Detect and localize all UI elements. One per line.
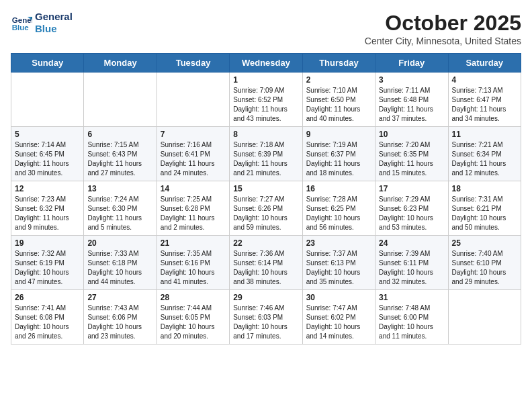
calendar-week-1: 1 Sunrise: 7:09 AMSunset: 6:52 PMDayligh… xyxy=(11,73,521,127)
day-number: 7 xyxy=(161,130,226,139)
day-info: Sunrise: 7:15 AMSunset: 6:43 PMDaylight:… xyxy=(87,140,152,178)
calendar-cell: 22 Sunrise: 7:36 AMSunset: 6:14 PMDaylig… xyxy=(230,236,302,290)
day-info: Sunrise: 7:44 AMSunset: 6:05 PMDaylight:… xyxy=(161,304,226,341)
day-number: 14 xyxy=(161,184,226,193)
logo: General Blue General Blue xyxy=(11,11,73,35)
day-info: Sunrise: 7:41 AMSunset: 6:08 PMDaylight:… xyxy=(15,304,80,341)
calendar-cell: 20 Sunrise: 7:33 AMSunset: 6:18 PMDaylig… xyxy=(84,236,157,290)
day-info: Sunrise: 7:25 AMSunset: 6:28 PMDaylight:… xyxy=(161,195,226,232)
logo-icon: General Blue xyxy=(11,12,32,34)
day-info: Sunrise: 7:20 AMSunset: 6:35 PMDaylight:… xyxy=(379,140,444,178)
day-number: 10 xyxy=(379,130,444,139)
calendar-cell: 18 Sunrise: 7:31 AMSunset: 6:21 PMDaylig… xyxy=(448,181,521,236)
month-title: October 2025 xyxy=(365,11,521,36)
calendar-cell xyxy=(448,290,521,345)
calendar-cell: 28 Sunrise: 7:44 AMSunset: 6:05 PMDaylig… xyxy=(157,290,229,345)
day-info: Sunrise: 7:16 AMSunset: 6:41 PMDaylight:… xyxy=(161,140,226,178)
calendar-cell xyxy=(84,73,157,127)
calendar-cell: 11 Sunrise: 7:21 AMSunset: 6:34 PMDaylig… xyxy=(448,127,521,181)
calendar-cell: 31 Sunrise: 7:48 AMSunset: 6:00 PMDaylig… xyxy=(375,290,448,345)
calendar-week-4: 19 Sunrise: 7:32 AMSunset: 6:19 PMDaylig… xyxy=(11,236,521,290)
column-header-saturday: Saturday xyxy=(448,54,521,73)
day-number: 23 xyxy=(306,238,371,248)
calendar-cell: 10 Sunrise: 7:20 AMSunset: 6:35 PMDaylig… xyxy=(375,127,448,181)
day-number: 2 xyxy=(306,75,371,85)
day-number: 1 xyxy=(233,75,298,85)
calendar-cell: 12 Sunrise: 7:23 AMSunset: 6:32 PMDaylig… xyxy=(11,181,84,236)
calendar-cell: 15 Sunrise: 7:27 AMSunset: 6:26 PMDaylig… xyxy=(230,181,302,236)
calendar-cell: 19 Sunrise: 7:32 AMSunset: 6:19 PMDaylig… xyxy=(11,236,84,290)
location: Center City, Minnesota, United States xyxy=(365,36,521,46)
day-number: 24 xyxy=(379,238,444,248)
day-info: Sunrise: 7:46 AMSunset: 6:03 PMDaylight:… xyxy=(233,304,298,341)
day-number: 8 xyxy=(233,130,298,139)
day-info: Sunrise: 7:40 AMSunset: 6:10 PMDaylight:… xyxy=(452,249,517,287)
calendar-cell xyxy=(157,73,229,127)
calendar-cell: 25 Sunrise: 7:40 AMSunset: 6:10 PMDaylig… xyxy=(448,236,521,290)
calendar-cell: 16 Sunrise: 7:28 AMSunset: 6:25 PMDaylig… xyxy=(302,181,375,236)
day-number: 31 xyxy=(379,293,444,302)
calendar-header-row: SundayMondayTuesdayWednesdayThursdayFrid… xyxy=(11,54,521,73)
day-info: Sunrise: 7:23 AMSunset: 6:32 PMDaylight:… xyxy=(15,195,80,232)
page-header: General Blue General Blue October 2025 C… xyxy=(11,11,521,46)
calendar-table: SundayMondayTuesdayWednesdayThursdayFrid… xyxy=(11,53,521,345)
day-number: 25 xyxy=(452,238,517,248)
day-number: 21 xyxy=(161,238,226,248)
day-info: Sunrise: 7:14 AMSunset: 6:45 PMDaylight:… xyxy=(15,140,80,178)
day-info: Sunrise: 7:39 AMSunset: 6:11 PMDaylight:… xyxy=(379,249,444,287)
column-header-sunday: Sunday xyxy=(11,54,84,73)
calendar-cell: 27 Sunrise: 7:43 AMSunset: 6:06 PMDaylig… xyxy=(84,290,157,345)
column-header-tuesday: Tuesday xyxy=(157,54,229,73)
day-info: Sunrise: 7:18 AMSunset: 6:39 PMDaylight:… xyxy=(233,140,298,178)
day-number: 12 xyxy=(15,184,80,193)
calendar-cell: 2 Sunrise: 7:10 AMSunset: 6:50 PMDayligh… xyxy=(302,73,375,127)
calendar-cell: 3 Sunrise: 7:11 AMSunset: 6:48 PMDayligh… xyxy=(375,73,448,127)
column-header-friday: Friday xyxy=(375,54,448,73)
day-info: Sunrise: 7:29 AMSunset: 6:23 PMDaylight:… xyxy=(379,195,444,232)
calendar-week-2: 5 Sunrise: 7:14 AMSunset: 6:45 PMDayligh… xyxy=(11,127,521,181)
day-number: 13 xyxy=(87,184,152,193)
day-info: Sunrise: 7:28 AMSunset: 6:25 PMDaylight:… xyxy=(306,195,371,232)
calendar-cell: 8 Sunrise: 7:18 AMSunset: 6:39 PMDayligh… xyxy=(230,127,302,181)
calendar-cell: 1 Sunrise: 7:09 AMSunset: 6:52 PMDayligh… xyxy=(230,73,302,127)
day-info: Sunrise: 7:09 AMSunset: 6:52 PMDaylight:… xyxy=(233,86,298,124)
calendar-week-5: 26 Sunrise: 7:41 AMSunset: 6:08 PMDaylig… xyxy=(11,290,521,345)
calendar-cell: 30 Sunrise: 7:47 AMSunset: 6:02 PMDaylig… xyxy=(302,290,375,345)
title-block: October 2025 Center City, Minnesota, Uni… xyxy=(365,11,521,46)
column-header-wednesday: Wednesday xyxy=(230,54,302,73)
day-number: 15 xyxy=(233,184,298,193)
day-number: 19 xyxy=(15,238,80,248)
day-number: 29 xyxy=(233,293,298,302)
calendar-cell: 14 Sunrise: 7:25 AMSunset: 6:28 PMDaylig… xyxy=(157,181,229,236)
calendar-cell: 9 Sunrise: 7:19 AMSunset: 6:37 PMDayligh… xyxy=(302,127,375,181)
calendar-cell: 5 Sunrise: 7:14 AMSunset: 6:45 PMDayligh… xyxy=(11,127,84,181)
day-info: Sunrise: 7:37 AMSunset: 6:13 PMDaylight:… xyxy=(306,249,371,287)
day-info: Sunrise: 7:43 AMSunset: 6:06 PMDaylight:… xyxy=(87,304,152,341)
svg-text:Blue: Blue xyxy=(12,24,30,32)
day-info: Sunrise: 7:27 AMSunset: 6:26 PMDaylight:… xyxy=(233,195,298,232)
calendar-cell: 21 Sunrise: 7:35 AMSunset: 6:16 PMDaylig… xyxy=(157,236,229,290)
day-number: 30 xyxy=(306,293,371,302)
day-number: 17 xyxy=(379,184,444,193)
day-number: 27 xyxy=(87,293,152,302)
day-info: Sunrise: 7:11 AMSunset: 6:48 PMDaylight:… xyxy=(379,86,444,124)
logo-general: General xyxy=(35,11,73,23)
day-info: Sunrise: 7:36 AMSunset: 6:14 PMDaylight:… xyxy=(233,249,298,287)
calendar-cell xyxy=(11,73,84,127)
calendar-cell: 7 Sunrise: 7:16 AMSunset: 6:41 PMDayligh… xyxy=(157,127,229,181)
logo-blue: Blue xyxy=(35,23,73,35)
day-info: Sunrise: 7:21 AMSunset: 6:34 PMDaylight:… xyxy=(452,140,517,178)
calendar-cell: 6 Sunrise: 7:15 AMSunset: 6:43 PMDayligh… xyxy=(84,127,157,181)
calendar-cell: 23 Sunrise: 7:37 AMSunset: 6:13 PMDaylig… xyxy=(302,236,375,290)
day-info: Sunrise: 7:19 AMSunset: 6:37 PMDaylight:… xyxy=(306,140,371,178)
day-info: Sunrise: 7:24 AMSunset: 6:30 PMDaylight:… xyxy=(87,195,152,232)
day-number: 5 xyxy=(15,130,80,139)
day-number: 3 xyxy=(379,75,444,85)
calendar-cell: 13 Sunrise: 7:24 AMSunset: 6:30 PMDaylig… xyxy=(84,181,157,236)
calendar-cell: 4 Sunrise: 7:13 AMSunset: 6:47 PMDayligh… xyxy=(448,73,521,127)
calendar-cell: 29 Sunrise: 7:46 AMSunset: 6:03 PMDaylig… xyxy=(230,290,302,345)
day-info: Sunrise: 7:31 AMSunset: 6:21 PMDaylight:… xyxy=(452,195,517,232)
day-number: 28 xyxy=(161,293,226,302)
day-number: 26 xyxy=(15,293,80,302)
day-info: Sunrise: 7:48 AMSunset: 6:00 PMDaylight:… xyxy=(379,304,444,341)
